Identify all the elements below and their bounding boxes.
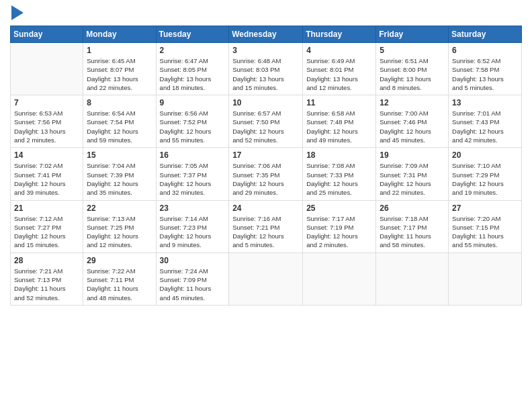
calendar-cell: 17Sunrise: 7:06 AMSunset: 7:35 PMDayligh… xyxy=(229,148,303,200)
day-number: 29 xyxy=(87,256,152,265)
calendar-header-row: SundayMondayTuesdayWednesdayThursdayFrid… xyxy=(11,26,522,43)
day-number: 21 xyxy=(14,203,79,213)
cell-info: Sunrise: 6:52 AMSunset: 7:58 PMDaylight:… xyxy=(452,56,518,92)
day-header-tuesday: Tuesday xyxy=(156,26,229,43)
cell-info: Sunrise: 6:54 AMSunset: 7:54 PMDaylight:… xyxy=(87,109,152,144)
calendar-cell xyxy=(11,43,83,95)
cell-info: Sunrise: 7:17 AMSunset: 7:19 PMDaylight:… xyxy=(306,214,372,250)
day-number: 27 xyxy=(452,203,518,213)
cell-info: Sunrise: 7:20 AMSunset: 7:15 PMDaylight:… xyxy=(452,214,518,250)
day-number: 7 xyxy=(14,98,79,107)
calendar-cell: 1Sunrise: 6:45 AMSunset: 8:07 PMDaylight… xyxy=(83,43,156,95)
calendar-cell: 15Sunrise: 7:04 AMSunset: 7:39 PMDayligh… xyxy=(83,148,156,200)
day-number: 16 xyxy=(160,150,226,160)
cell-info: Sunrise: 7:04 AMSunset: 7:39 PMDaylight:… xyxy=(87,161,152,197)
cell-info: Sunrise: 7:09 AMSunset: 7:31 PMDaylight:… xyxy=(380,161,445,197)
day-header-sunday: Sunday xyxy=(11,26,83,43)
cell-info: Sunrise: 6:49 AMSunset: 8:01 PMDaylight:… xyxy=(306,56,372,92)
day-number: 1 xyxy=(87,46,152,55)
cell-info: Sunrise: 6:48 AMSunset: 8:03 PMDaylight:… xyxy=(232,56,299,92)
day-number: 11 xyxy=(306,98,372,107)
calendar-cell: 8Sunrise: 6:54 AMSunset: 7:54 PMDaylight… xyxy=(83,95,156,148)
calendar-cell xyxy=(376,253,449,305)
calendar-cell: 26Sunrise: 7:18 AMSunset: 7:17 PMDayligh… xyxy=(376,200,449,253)
calendar-cell: 21Sunrise: 7:12 AMSunset: 7:27 PMDayligh… xyxy=(11,200,83,253)
calendar-cell: 28Sunrise: 7:21 AMSunset: 7:13 PMDayligh… xyxy=(11,253,83,305)
logo-icon xyxy=(11,5,24,20)
calendar-week-row: 7Sunrise: 6:53 AMSunset: 7:56 PMDaylight… xyxy=(11,95,522,148)
cell-info: Sunrise: 7:14 AMSunset: 7:23 PMDaylight:… xyxy=(160,214,226,250)
calendar-cell xyxy=(303,253,376,305)
logo xyxy=(10,7,24,20)
day-number: 30 xyxy=(160,256,226,265)
day-number: 8 xyxy=(87,98,152,107)
day-number: 17 xyxy=(232,150,299,160)
calendar-cell: 16Sunrise: 7:05 AMSunset: 7:37 PMDayligh… xyxy=(156,148,229,200)
calendar-cell: 13Sunrise: 7:01 AMSunset: 7:43 PMDayligh… xyxy=(449,95,522,148)
svg-marker-0 xyxy=(11,5,24,20)
calendar-cell: 23Sunrise: 7:14 AMSunset: 7:23 PMDayligh… xyxy=(156,200,229,253)
cell-info: Sunrise: 7:08 AMSunset: 7:33 PMDaylight:… xyxy=(306,161,372,197)
cell-info: Sunrise: 7:24 AMSunset: 7:09 PMDaylight:… xyxy=(160,267,226,302)
day-number: 19 xyxy=(380,150,445,160)
cell-info: Sunrise: 6:53 AMSunset: 7:56 PMDaylight:… xyxy=(14,109,79,144)
header xyxy=(10,7,522,20)
calendar-cell: 7Sunrise: 6:53 AMSunset: 7:56 PMDaylight… xyxy=(11,95,83,148)
day-number: 18 xyxy=(306,150,372,160)
cell-info: Sunrise: 7:02 AMSunset: 7:41 PMDaylight:… xyxy=(14,161,79,197)
cell-info: Sunrise: 7:16 AMSunset: 7:21 PMDaylight:… xyxy=(232,214,299,250)
cell-info: Sunrise: 6:47 AMSunset: 8:05 PMDaylight:… xyxy=(160,56,226,92)
calendar: SundayMondayTuesdayWednesdayThursdayFrid… xyxy=(10,26,522,306)
day-number: 5 xyxy=(380,46,445,55)
day-number: 24 xyxy=(232,203,299,213)
calendar-cell: 14Sunrise: 7:02 AMSunset: 7:41 PMDayligh… xyxy=(11,148,83,200)
day-header-monday: Monday xyxy=(83,26,156,43)
cell-info: Sunrise: 7:13 AMSunset: 7:25 PMDaylight:… xyxy=(87,214,152,250)
day-header-friday: Friday xyxy=(376,26,449,43)
calendar-week-row: 21Sunrise: 7:12 AMSunset: 7:27 PMDayligh… xyxy=(11,200,522,253)
calendar-cell: 25Sunrise: 7:17 AMSunset: 7:19 PMDayligh… xyxy=(303,200,376,253)
calendar-cell: 29Sunrise: 7:22 AMSunset: 7:11 PMDayligh… xyxy=(83,253,156,305)
calendar-cell: 11Sunrise: 6:58 AMSunset: 7:48 PMDayligh… xyxy=(303,95,376,148)
calendar-cell xyxy=(229,253,303,305)
calendar-cell xyxy=(449,253,522,305)
calendar-cell: 24Sunrise: 7:16 AMSunset: 7:21 PMDayligh… xyxy=(229,200,303,253)
day-number: 25 xyxy=(306,203,372,213)
calendar-cell: 9Sunrise: 6:56 AMSunset: 7:52 PMDaylight… xyxy=(156,95,229,148)
cell-info: Sunrise: 7:18 AMSunset: 7:17 PMDaylight:… xyxy=(380,214,445,250)
cell-info: Sunrise: 6:45 AMSunset: 8:07 PMDaylight:… xyxy=(87,56,152,92)
day-number: 4 xyxy=(306,46,372,55)
day-header-wednesday: Wednesday xyxy=(229,26,303,43)
calendar-week-row: 28Sunrise: 7:21 AMSunset: 7:13 PMDayligh… xyxy=(11,253,522,305)
calendar-cell: 27Sunrise: 7:20 AMSunset: 7:15 PMDayligh… xyxy=(449,200,522,253)
day-number: 12 xyxy=(380,98,445,107)
calendar-week-row: 14Sunrise: 7:02 AMSunset: 7:41 PMDayligh… xyxy=(11,148,522,200)
day-number: 20 xyxy=(452,150,518,160)
calendar-week-row: 1Sunrise: 6:45 AMSunset: 8:07 PMDaylight… xyxy=(11,43,522,95)
cell-info: Sunrise: 6:56 AMSunset: 7:52 PMDaylight:… xyxy=(160,109,226,144)
calendar-cell: 3Sunrise: 6:48 AMSunset: 8:03 PMDaylight… xyxy=(229,43,303,95)
cell-info: Sunrise: 7:21 AMSunset: 7:13 PMDaylight:… xyxy=(14,267,79,302)
calendar-cell: 12Sunrise: 7:00 AMSunset: 7:46 PMDayligh… xyxy=(376,95,449,148)
cell-info: Sunrise: 7:22 AMSunset: 7:11 PMDaylight:… xyxy=(87,267,152,302)
day-number: 3 xyxy=(232,46,299,55)
calendar-cell: 30Sunrise: 7:24 AMSunset: 7:09 PMDayligh… xyxy=(156,253,229,305)
calendar-cell: 20Sunrise: 7:10 AMSunset: 7:29 PMDayligh… xyxy=(449,148,522,200)
cell-info: Sunrise: 7:01 AMSunset: 7:43 PMDaylight:… xyxy=(452,109,518,144)
cell-info: Sunrise: 6:58 AMSunset: 7:48 PMDaylight:… xyxy=(306,109,372,144)
calendar-cell: 2Sunrise: 6:47 AMSunset: 8:05 PMDaylight… xyxy=(156,43,229,95)
day-number: 2 xyxy=(160,46,226,55)
day-number: 22 xyxy=(87,203,152,213)
calendar-cell: 22Sunrise: 7:13 AMSunset: 7:25 PMDayligh… xyxy=(83,200,156,253)
calendar-cell: 19Sunrise: 7:09 AMSunset: 7:31 PMDayligh… xyxy=(376,148,449,200)
cell-info: Sunrise: 7:05 AMSunset: 7:37 PMDaylight:… xyxy=(160,161,226,197)
cell-info: Sunrise: 7:10 AMSunset: 7:29 PMDaylight:… xyxy=(452,161,518,197)
cell-info: Sunrise: 7:12 AMSunset: 7:27 PMDaylight:… xyxy=(14,214,79,250)
cell-info: Sunrise: 7:06 AMSunset: 7:35 PMDaylight:… xyxy=(232,161,299,197)
cell-info: Sunrise: 6:51 AMSunset: 8:00 PMDaylight:… xyxy=(380,56,445,92)
page: SundayMondayTuesdayWednesdayThursdayFrid… xyxy=(0,0,532,411)
day-number: 10 xyxy=(232,98,299,107)
calendar-cell: 4Sunrise: 6:49 AMSunset: 8:01 PMDaylight… xyxy=(303,43,376,95)
cell-info: Sunrise: 6:57 AMSunset: 7:50 PMDaylight:… xyxy=(232,109,299,144)
calendar-cell: 6Sunrise: 6:52 AMSunset: 7:58 PMDaylight… xyxy=(449,43,522,95)
